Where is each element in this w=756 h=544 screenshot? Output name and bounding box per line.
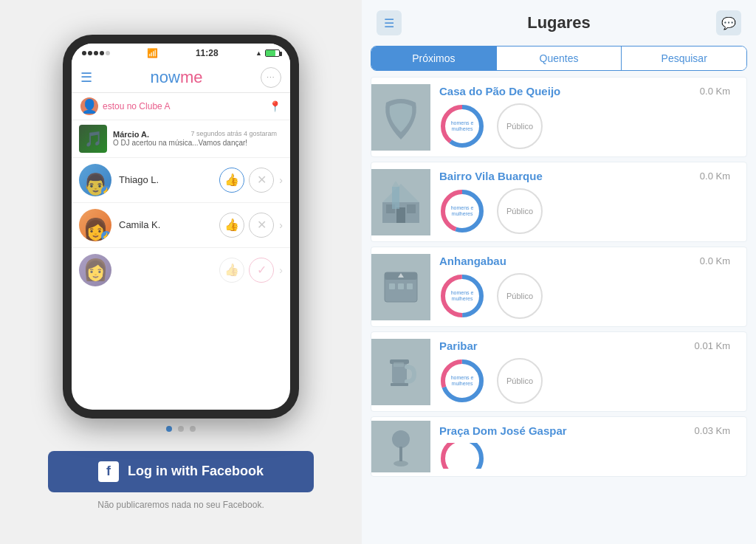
dislike-button-thiago[interactable]: ✕ — [249, 168, 274, 193]
svg-marker-4 — [382, 184, 419, 202]
like-badge: 👍 — [101, 186, 111, 196]
svg-marker-9 — [392, 181, 399, 187]
place-thumb-1 — [371, 84, 430, 151]
svg-rect-16 — [398, 283, 404, 289]
tab-pesquisar[interactable]: Pesquisar — [621, 47, 746, 70]
like-button-thiago[interactable]: 👍 — [219, 168, 244, 193]
svg-rect-8 — [392, 187, 399, 209]
place-gauges-3: homens emulheres Público — [439, 273, 738, 319]
gender-gauge-2: homens emulheres — [439, 188, 485, 234]
page-dots — [159, 419, 203, 439]
place-item-5[interactable]: Praça Dom José Gaspar 0.03 Km — [371, 416, 747, 477]
feed-meta: 7 segundos atrás 4 gostaram — [190, 130, 277, 139]
svg-rect-15 — [389, 283, 395, 289]
feed-image: 🎵 — [79, 125, 107, 153]
facebook-login-button[interactable]: f Log in with Facebook — [48, 451, 314, 492]
public-badge-4: Público — [497, 358, 543, 404]
tab-proximos[interactable]: Próximos — [371, 47, 496, 70]
svg-rect-17 — [407, 283, 413, 289]
place-dist-1: 0.0 Km — [700, 86, 738, 97]
person-row-thiago: 👨 👍 Thiago L. 👍 ✕ › — [72, 158, 290, 203]
svg-rect-25 — [394, 362, 404, 367]
gauge-label-3: homens emulheres — [451, 290, 474, 303]
like-button-camila[interactable]: 👍 — [219, 213, 244, 238]
facebook-icon: f — [98, 461, 119, 482]
phone-mockup: 📶 11:28 ▲ ☰ Lugares nowme ··· — [63, 35, 299, 419]
place-gauges-1: homens emulheres Público — [439, 103, 738, 149]
gauge-label-2: homens emulheres — [451, 205, 474, 218]
dot-2 — [178, 426, 184, 432]
partial-avatar: 👩 — [79, 254, 111, 286]
dots-label: ··· — [267, 73, 275, 81]
partial-person-row: 👩 👍 ✓ › — [72, 248, 290, 292]
place-gauges-5 — [439, 443, 738, 469]
place-info-1: Casa do Pão De Queijo 0.0 Km homens emul… — [430, 78, 746, 156]
partial-like-btn[interactable]: 👍 — [219, 258, 244, 283]
gender-gauge-4: homens emulheres — [439, 358, 485, 404]
place-gauges-2: homens emulheres Público — [439, 188, 738, 234]
feed-username: Márcio A. — [113, 130, 149, 139]
fb-letter: f — [106, 464, 111, 479]
place-thumb-5 — [371, 421, 430, 472]
dot-3 — [190, 426, 196, 432]
svg-point-29 — [392, 430, 410, 448]
arrow-up-icon: ▲ — [255, 49, 262, 57]
signal-dots — [82, 51, 110, 55]
battery-icon — [265, 49, 280, 57]
place-dist-2: 0.0 Km — [700, 171, 738, 182]
place-dist-3: 0.0 Km — [700, 255, 738, 266]
avatar-small: 👤 — [80, 97, 98, 115]
place-item-1[interactable]: Casa do Pão De Queijo 0.0 Km homens emul… — [371, 77, 747, 157]
feed-text: O DJ acertou na música...Vamos dançar! — [113, 139, 277, 147]
places-list: Casa do Pão De Queijo 0.0 Km homens emul… — [362, 77, 756, 544]
bubble-icon: 💬 — [721, 16, 736, 30]
tab-quentes[interactable]: Quentes — [496, 47, 622, 70]
location-pin-icon[interactable]: 📍 — [269, 100, 281, 112]
app-logo: Lugares nowme — [151, 68, 203, 87]
place-item-4[interactable]: Paribar 0.01 Km homens emulheres Público — [371, 331, 747, 412]
hamburger-icon[interactable]: ☰ — [80, 69, 92, 86]
svg-rect-30 — [399, 447, 402, 461]
menu-icon[interactable]: ☰ — [377, 10, 402, 35]
gender-gauge-1: homens emulheres — [439, 103, 485, 149]
place-name-3: Anhangabau — [439, 255, 506, 267]
thiago-name: Thiago L. — [111, 174, 217, 185]
feed-content: Márcio A. 7 segundos atrás 4 gostaram O … — [107, 130, 283, 147]
camila-name: Camila K. — [111, 219, 217, 230]
chevron-right-icon: › — [279, 174, 283, 186]
place-item-3[interactable]: Anhangabau 0.0 Km homens emulheres Públi… — [371, 247, 747, 327]
place-dist-4: 0.01 Km — [695, 340, 738, 351]
place-thumb-2 — [371, 169, 430, 235]
dislike-button-camila[interactable]: ✕ — [249, 213, 274, 238]
gauge-label-4: homens emulheres — [451, 375, 474, 388]
more-icon[interactable]: ··· — [261, 67, 281, 88]
phone-screen: 📶 11:28 ▲ ☰ Lugares nowme ··· — [72, 44, 290, 410]
app-header: ☰ Lugares nowme ··· — [72, 63, 290, 93]
svg-point-31 — [394, 461, 408, 466]
location-bar: 👤 estou no Clube A 📍 — [72, 93, 290, 120]
fb-disclaimer: Não publicaremos nada no seu Facebook. — [97, 500, 264, 510]
partial-chevron: › — [279, 264, 283, 276]
svg-rect-6 — [407, 204, 416, 213]
thiago-avatar: 👨 👍 — [79, 164, 111, 196]
places-header: ☰ Lugares 💬 — [362, 0, 756, 46]
gauge-label-1: homens emulheres — [451, 120, 474, 133]
place-thumb-3 — [371, 254, 430, 320]
status-right: ▲ — [255, 49, 280, 57]
place-info-4: Paribar 0.01 Km homens emulheres Público — [430, 332, 746, 411]
like-badge-camila: 👍 — [101, 231, 111, 241]
svg-rect-7 — [396, 207, 405, 223]
chevron-right-icon-2: › — [279, 219, 283, 231]
dot-1 — [166, 426, 172, 432]
public-badge-1: Público — [497, 103, 543, 149]
feed-post: 🎵 Márcio A. 7 segundos atrás 4 gostaram … — [72, 120, 290, 158]
place-info-5: Praça Dom José Gaspar 0.03 Km — [430, 417, 746, 476]
place-info-3: Anhangabau 0.0 Km homens emulheres Públi… — [430, 247, 746, 326]
partial-check-btn[interactable]: ✓ — [249, 258, 274, 283]
place-item-2[interactable]: Bairro Vila Buarque 0.0 Km homens emulhe… — [371, 162, 747, 242]
location-text: estou no Clube A — [103, 101, 170, 111]
place-info-2: Bairro Vila Buarque 0.0 Km homens emulhe… — [430, 162, 746, 241]
chat-icon[interactable]: 💬 — [716, 10, 741, 35]
clock: 11:28 — [196, 48, 219, 58]
place-gauges-4: homens emulheres Público — [439, 358, 738, 404]
